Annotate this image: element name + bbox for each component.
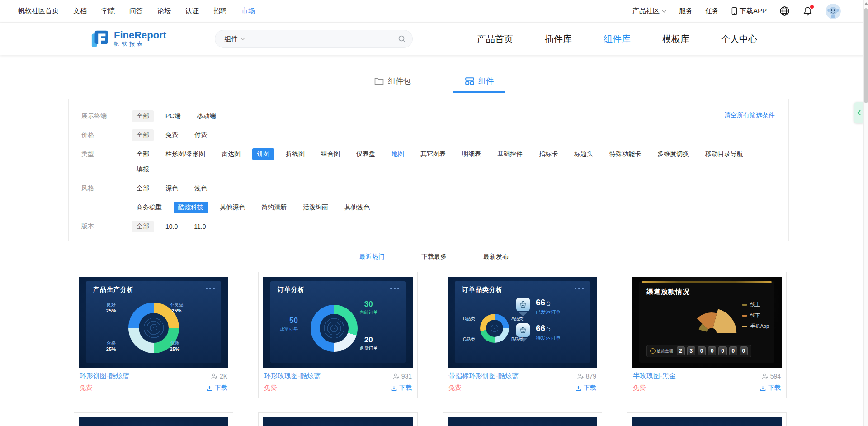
feedback-slide-tab[interactable] [854,102,863,123]
clear-filters-link[interactable]: 清空所有筛选条件 [724,111,775,119]
utility-item-community-home[interactable]: 帆软社区首页 [18,7,59,15]
card-preview-image[interactable]: 订单品类分析 D品类 A品类 C品类 B品类 66台 已发运订单 [448,277,597,368]
download-app-link[interactable]: 下载APP [731,7,767,15]
panel-dots [206,288,215,289]
scrollbar-thumb[interactable] [864,8,868,103]
component-card-ring-rose: 订单分析 50正常订单 30内部订单 20退货订单 环形玫瑰图-酷炫蓝 931 … [258,272,418,398]
download-button[interactable]: 下载 [575,384,596,392]
price-tag: 免费 [633,384,646,392]
component-card-kpi-ring-pie: 订单品类分析 D品类 A品类 C品类 B品类 66台 已发运订单 [443,272,602,398]
card-title-link[interactable]: 带指标环形饼图-酷炫蓝 [448,372,519,380]
filter-type-map[interactable]: 地图 [387,148,409,160]
download-button[interactable]: 下载 [760,384,781,392]
component-card-ring-pie: 产品生产分析 良好25% 不良品25% 合格25% 优质25% 环形饼图-酷炫蓝… [74,272,233,398]
utility-item-certification[interactable]: 认证 [185,7,199,15]
card-title-link[interactable]: 环形饼图-酷炫蓝 [80,372,129,380]
filter-style-business[interactable]: 商务稳重 [132,202,166,213]
filter-type-bar[interactable]: 柱形图/条形图 [161,148,210,160]
filter-type-line[interactable]: 折线图 [281,148,309,160]
filter-style-other-dark[interactable]: 其他深色 [215,202,250,213]
chevron-down-icon [662,10,666,13]
filter-style-cool-tech[interactable]: 酷炫科技 [174,202,208,213]
notification-badge [810,5,814,9]
search-button[interactable] [398,35,406,43]
nav-component-library[interactable]: 组件库 [604,33,631,45]
component-card-partial[interactable] [74,412,233,426]
sort-most-downloaded[interactable]: 下载最多 [421,253,447,261]
product-community-dropdown[interactable]: 产品社区 [632,7,666,15]
page-scrollbar[interactable] [863,0,868,426]
filter-type-pie[interactable]: 饼图 [252,148,274,160]
component-card-partial[interactable] [258,412,418,426]
download-button[interactable]: 下载 [206,384,227,392]
filter-style-light[interactable]: 浅色 [190,183,212,194]
language-globe-button[interactable] [779,6,790,16]
nav-plugin-library[interactable]: 插件库 [545,33,572,45]
finereport-logo[interactable]: FineReport 帆软报表 [90,29,166,48]
search-category-dropdown[interactable]: 组件 [222,35,250,43]
tasks-link[interactable]: 任务 [705,7,719,15]
utility-item-qa[interactable]: 问答 [129,7,143,15]
kpi-metrics: 66台 已发运订单 66台 待发运订单 [516,298,584,342]
filter-type-basic-widget[interactable]: 基础控件 [493,148,527,160]
notifications-button[interactable] [802,6,813,16]
filter-style-lively[interactable]: 活泼绚丽 [298,202,333,213]
nav-product-home[interactable]: 产品首页 [477,33,513,45]
search-input[interactable] [254,35,394,43]
filter-type-multidim-switch[interactable]: 多维度切换 [653,148,693,160]
filter-price-paid[interactable]: 付费 [190,129,212,141]
utility-bar: 帆软社区首页 文档 学院 问答 论坛 认证 招聘 市场 产品社区 服务 任务 下… [0,0,868,23]
filter-type-gauge[interactable]: 仪表盘 [352,148,380,160]
filter-type-other-chart[interactable]: 其它图表 [416,148,450,160]
filter-type-kpi-card[interactable]: 指标卡 [534,148,562,160]
avatar[interactable] [826,4,841,19]
filter-style-simple-fresh[interactable]: 简约清新 [257,202,291,213]
filter-style-dark[interactable]: 深色 [161,183,183,194]
filter-type-title-header[interactable]: 标题头 [570,148,598,160]
utility-item-jobs[interactable]: 招聘 [213,7,227,15]
utility-item-forum[interactable]: 论坛 [157,7,171,15]
scrollbar-up-arrow[interactable] [864,2,868,5]
services-link[interactable]: 服务 [679,7,693,15]
filter-terminal-all[interactable]: 全部 [132,110,154,122]
filter-version-11[interactable]: 11.0 [189,221,210,232]
filter-version-all[interactable]: 全部 [132,221,154,232]
user-download-icon [761,373,769,380]
tab-component[interactable]: 组件 [465,76,494,93]
filter-type-all[interactable]: 全部 [132,148,154,160]
component-card-partial[interactable] [443,412,602,426]
sort-recent-hot[interactable]: 最近热门 [359,253,385,261]
utility-item-academy[interactable]: 学院 [101,7,115,15]
filter-price-all[interactable]: 全部 [132,129,154,141]
tab-component-package[interactable]: 组件包 [374,76,411,93]
card-preview-image[interactable]: 产品生产分析 良好25% 不良品25% 合格25% 优质25% [79,277,228,368]
donut-chart [480,314,509,343]
chevron-left-icon [857,110,861,115]
filter-style-all[interactable]: 全部 [132,183,154,194]
filter-type-special-card[interactable]: 特殊功能卡 [605,148,646,160]
price-tag: 免费 [80,384,92,392]
utility-item-docs[interactable]: 文档 [73,7,87,15]
filter-type-mobile-nav[interactable]: 移动目录导航 [701,148,748,160]
download-button[interactable]: 下载 [391,384,412,392]
filter-price-free[interactable]: 免费 [161,129,183,141]
filter-terminal-mobile[interactable]: 移动端 [192,110,220,122]
card-title-link[interactable]: 环形玫瑰图-酷炫蓝 [264,372,321,380]
filter-version-10[interactable]: 10.0 [161,221,182,232]
card-preview-image[interactable]: 渠道放款情况 线上 线下 手机App 放款金额: 2 3 0 [632,277,782,368]
filter-terminal-pc[interactable]: PC端 [161,110,185,122]
nav-personal-center[interactable]: 个人中心 [721,33,757,45]
component-card-partial[interactable] [627,412,787,426]
card-title-link[interactable]: 半玫瑰图-黑金 [633,372,676,380]
filter-type-combo[interactable]: 组合图 [316,148,344,160]
card-preview-image[interactable]: 订单分析 50正常订单 30内部订单 20退货订单 [263,277,413,368]
component-grid-icon [465,77,474,85]
nav-template-library[interactable]: 模板库 [662,33,689,45]
filter-style-other-light[interactable]: 其他浅色 [340,202,374,213]
filter-type-fill-report[interactable]: 填报 [132,164,154,175]
utility-item-market[interactable]: 市场 [241,7,255,15]
sort-newest[interactable]: 最新发布 [483,253,509,261]
filter-type-detail-table[interactable]: 明细表 [458,148,486,160]
filter-label-price: 价格 [81,129,132,139]
filter-type-radar[interactable]: 雷达图 [217,148,245,160]
